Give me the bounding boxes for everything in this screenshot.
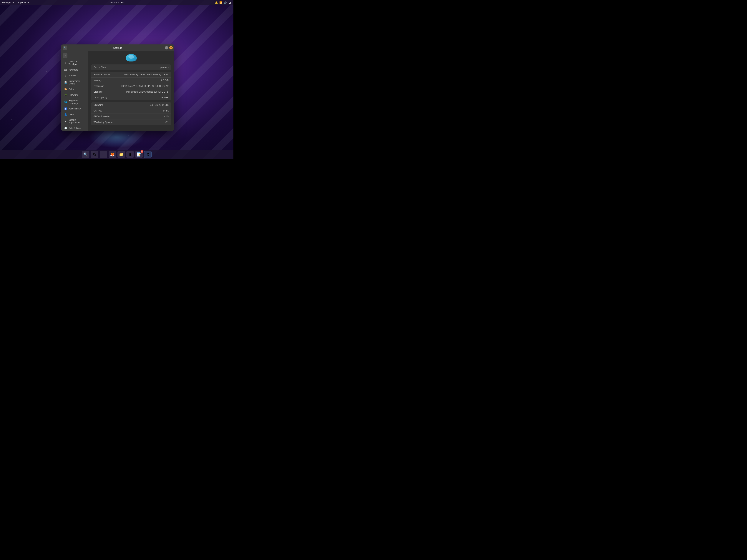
workspaces-label[interactable]: Workspaces (2, 1, 15, 4)
device-name-card: Device Name pop-os › (91, 64, 171, 70)
processor-row: Processor Intel® Core™ i9-8950HK CPU @ 2… (91, 83, 171, 89)
users-icon: 👤 (64, 113, 67, 116)
taskbar-terminal[interactable]: ▮ (126, 151, 134, 158)
search-button[interactable]: 🔍 (62, 46, 67, 50)
region-icon: 🌐 (64, 100, 67, 103)
device-name-row[interactable]: Device Name pop-os › (91, 64, 171, 70)
windowing-system-value: X11 (165, 121, 169, 124)
sidebar-item-removable-media[interactable]: 💾 Removable Media (62, 79, 87, 86)
mouse-icon: 🖱 (64, 61, 67, 64)
hardware-model-row: Hardware Model To Be Filled By O.E.M. To… (91, 72, 171, 78)
sidebar-item-accessibility[interactable]: ♿ Accessibility (62, 106, 87, 111)
disk-capacity-label: Disk Capacity (94, 96, 107, 99)
os-info-card: OS Name Pop!_OS 22.04 LTS OS Type 64-bit… (91, 102, 171, 125)
hardware-model-label: Hardware Model (94, 73, 110, 76)
sidebar-item-region-language[interactable]: 🌐 Region & Language (62, 98, 87, 106)
processor-value: Intel® Core™ i9-8950HK CPU @ 2.90GHz × 1… (121, 85, 169, 87)
taskbar-files[interactable]: 📁 (118, 151, 125, 158)
topbar: Workspaces Applications Jun 14 8:52 PM 🔔… (0, 0, 233, 5)
volume-icon[interactable]: 🔊 (224, 1, 227, 4)
sidebar-title: Settings (113, 47, 122, 49)
hamburger-button[interactable]: ≡ (63, 53, 68, 58)
about-content: Device Name pop-os › Hardware Model To B… (88, 51, 174, 131)
sidebar-item-users[interactable]: 👤 Users (62, 112, 87, 117)
wifi-icon[interactable]: 📶 (220, 1, 222, 4)
graphics-label: Graphics (94, 90, 102, 93)
os-name-row: OS Name Pop!_OS 22.04 LTS (91, 102, 171, 108)
gnome-version-label: GNOME Version (94, 115, 110, 118)
sidebar-item-printers[interactable]: 🖨 Printers (62, 73, 87, 78)
settings-window: 🔍 Settings — ✕ ≡ 🖱 Mouse & Touchpad ⌨ Ke… (61, 45, 174, 131)
sidebar-item-firmware[interactable]: 📟 Firmware (62, 92, 87, 98)
window-titlebar: 🔍 Settings — ✕ (61, 45, 174, 51)
minimize-button[interactable]: — (165, 46, 168, 49)
chevron-right-icon: › (168, 66, 169, 68)
sidebar-header: ≡ (61, 52, 88, 59)
device-name-value: pop-os › (160, 66, 169, 69)
memory-label: Memory (94, 79, 102, 82)
taskbar-firefox[interactable]: 🦊 (108, 151, 116, 158)
sidebar-item-color[interactable]: 🎨 Color (62, 86, 87, 92)
taskbar-settings[interactable]: ⚙ (144, 151, 152, 158)
settings-sidebar: ≡ 🖱 Mouse & Touchpad ⌨ Keyboard 🖨 Printe… (61, 51, 88, 131)
clock-icon: 🕐 (64, 127, 67, 130)
printer-icon: 🖨 (64, 74, 67, 77)
sidebar-item-default-applications[interactable]: ★ Default Applications (62, 117, 87, 125)
applications-label[interactable]: Applications (18, 1, 29, 4)
windowing-system-row: Windowing System X11 (91, 119, 171, 125)
accessibility-icon: ♿ (64, 107, 67, 110)
notes-badge: 17 (140, 150, 143, 153)
gnome-version-row: GNOME Version 42.5 (91, 114, 171, 119)
windowing-system-label: Windowing System (94, 121, 112, 124)
settings-body: ≡ 🖱 Mouse & Touchpad ⌨ Keyboard 🖨 Printe… (61, 51, 174, 131)
star-icon: ★ (64, 120, 67, 123)
taskbar-workspace-switcher[interactable]: ⧉ (91, 151, 98, 158)
datetime: Jun 14 8:52 PM (109, 1, 125, 4)
pop-os-logo (126, 54, 137, 61)
logo-area (91, 54, 171, 61)
system-tray: 🔔 📶 🔊 ⏻ (215, 1, 231, 4)
color-icon: 🎨 (64, 88, 67, 91)
hardware-model-value: To Be Filled By O.E.M. To Be Filled By O… (123, 73, 169, 76)
os-name-value: Pop!_OS 22.04 LTS (149, 104, 169, 106)
notification-icon[interactable]: 🔔 (215, 1, 218, 4)
processor-label: Processor (94, 85, 104, 87)
taskbar-search-app[interactable]: 🔍 (82, 151, 89, 158)
taskbar: 🔍 ⧉ ⠿ 🦊 📁 ▮ 📝 17 ⚙ (0, 150, 233, 159)
graphics-row: Graphics Mesa Intel® UHD Graphics 630 (C… (91, 89, 171, 95)
graphics-value: Mesa Intel® UHD Graphics 630 (CFL GT2) (126, 90, 169, 93)
keyboard-icon: ⌨ (64, 68, 67, 71)
os-name-label: OS Name (94, 104, 103, 106)
gnome-version-value: 42.5 (164, 115, 169, 118)
os-type-label: OS Type (94, 109, 102, 112)
memory-row: Memory 8.0 GiB (91, 78, 171, 83)
sidebar-item-keyboard[interactable]: ⌨ Keyboard (62, 67, 87, 73)
removable-media-icon: 💾 (64, 81, 67, 84)
device-name-label: Device Name (94, 66, 107, 69)
hardware-info-card: Hardware Model To Be Filled By O.E.M. To… (91, 72, 171, 100)
disk-capacity-value: 128.0 GB (159, 96, 169, 99)
taskbar-notes[interactable]: 📝 17 (135, 151, 143, 158)
sidebar-item-date-time[interactable]: 🕐 Date & Time (62, 125, 87, 131)
os-type-row: OS Type 64-bit (91, 108, 171, 114)
sidebar-item-mouse-touchpad[interactable]: 🖱 Mouse & Touchpad (62, 59, 87, 67)
taskbar-app-grid[interactable]: ⠿ (100, 151, 107, 158)
memory-value: 8.0 GiB (161, 79, 169, 82)
firmware-icon: 📟 (64, 94, 67, 97)
window-controls: — ✕ (165, 46, 173, 49)
os-type-value: 64-bit (163, 109, 169, 112)
disk-capacity-row: Disk Capacity 128.0 GB (91, 95, 171, 100)
close-button[interactable]: ✕ (169, 46, 173, 49)
power-icon[interactable]: ⏻ (228, 1, 231, 4)
